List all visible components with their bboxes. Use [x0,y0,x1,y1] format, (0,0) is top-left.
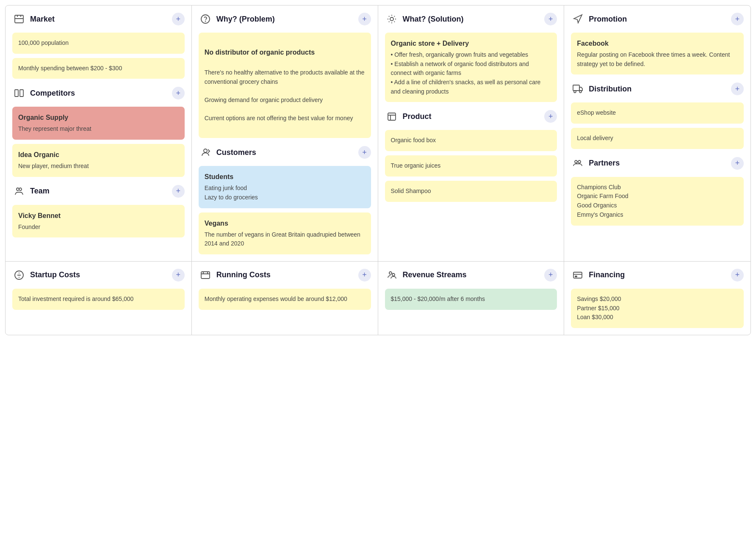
organic-supply-title: Organic Supply [18,113,179,123]
svg-rect-0 [15,15,23,23]
promotion-header: Promotion + [571,12,744,26]
svg-rect-10 [573,85,579,91]
svg-point-16 [389,272,392,274]
delivery-text: Local delivery [577,135,613,141]
svg-point-17 [392,273,395,276]
why-add-button[interactable]: + [358,13,371,25]
students-title: Students [205,172,365,182]
team-add-button[interactable]: + [172,185,185,198]
running-costs-text: Monthly operating expenses would be arou… [205,295,347,302]
customers-title: Customers [216,148,256,157]
idea-organic-title: Idea Organic [18,150,179,160]
startup-costs-title: Startup Costs [30,270,80,279]
bottom-section: Startup Costs + Total investment require… [6,262,750,335]
facebook-title: Facebook [577,39,738,49]
financing-card: Savings $20,000Partner $15,000Loan $30,0… [571,289,744,328]
startup-costs-card: Total investment required is around $65,… [12,289,185,310]
solution-card: Organic store + Delivery • Offer fresh, … [385,33,557,102]
why-title: Why? (Problem) [216,15,275,24]
why-icon [199,12,212,26]
running-costs-title: Running Costs [216,270,271,279]
business-canvas-board: Market + 100,000 population Monthly spen… [5,5,751,335]
column-financing: Financing + Savings $20,000Partner $15,0… [564,262,750,335]
market-add-button[interactable]: + [172,13,185,25]
vicky-role: Founder [18,223,179,232]
revenue-streams-text: $15,000 - $20,000/m after 6 months [391,295,485,302]
eshop-text: eShop website [577,109,616,116]
svg-point-6 [205,21,205,22]
svg-rect-9 [388,113,396,120]
financing-text: Savings $20,000Partner $15,000Loan $30,0… [577,295,738,322]
column-promotion: Promotion + Facebook Regular posting on … [564,6,750,261]
svg-point-14 [578,160,581,163]
distribution-delivery: Local delivery [571,128,744,149]
market-card-population: 100,000 population [12,33,185,54]
solution-text: • Offer fresh, organically grown fruits … [391,50,551,96]
product-add-button[interactable]: + [544,110,557,123]
revenue-streams-card: $15,000 - $20,000/m after 6 months [385,289,557,310]
customer-vegans: Vegans The number of vegans in Great Bri… [199,212,371,254]
partners-header: Partners + [571,157,744,170]
shampoo-text: Solid Shampoo [391,188,431,194]
market-population-text: 100,000 population [18,39,69,46]
why-problem-text: There's no healthy alternative to the pr… [205,68,365,123]
svg-rect-19 [575,276,577,277]
partners-text: Champions ClubOrganic Farm FoodGood Orga… [577,183,738,220]
financing-add-button[interactable]: + [731,269,744,281]
svg-point-4 [19,188,22,190]
partners-title: Partners [589,159,620,168]
revenue-streams-add-button[interactable]: + [544,269,557,281]
distribution-add-button[interactable]: + [731,83,744,95]
partners-add-button[interactable]: + [731,157,744,170]
product-juices: True organic juices [385,155,557,177]
students-text: Eating junk foodLazy to do groceries [205,184,365,202]
financing-title: Financing [589,270,625,279]
customers-add-button[interactable]: + [358,146,371,159]
svg-rect-18 [573,272,582,278]
column-running-costs: Running Costs + Monthly operating expens… [192,262,378,335]
market-spending-text: Monthly spending between $200 - $300 [18,65,122,72]
food-box-text: Organic food box [391,137,436,143]
column-revenue-streams: Revenue Streams + $15,000 - $20,000/m af… [378,262,565,335]
startup-costs-add-button[interactable]: + [172,269,185,281]
why-problem-card: No distributor of organic products There… [199,33,371,138]
what-header: What? (Solution) + [385,12,557,26]
vegans-title: Vegans [205,218,365,229]
top-section: Market + 100,000 population Monthly spen… [6,6,750,262]
distribution-header: Distribution + [571,82,744,96]
distribution-icon [571,82,584,96]
what-add-button[interactable]: + [544,13,557,25]
why-problem-title: No distributor of organic products [205,47,365,58]
startup-costs-text: Total investment required is around $65,… [18,295,133,302]
running-costs-header: Running Costs + [199,268,371,282]
distribution-eshop: eShop website [571,102,744,124]
svg-point-13 [575,160,577,163]
column-what: What? (Solution) + Organic store + Deliv… [378,6,565,261]
revenue-streams-icon [385,268,399,282]
distribution-title: Distribution [589,85,631,94]
team-header: Team + [12,185,185,198]
promotion-add-button[interactable]: + [731,13,744,25]
customers-header: Customers + [199,146,371,159]
competitor-idea-organic: Idea Organic New player, medium threat [12,144,185,177]
customer-students: Students Eating junk foodLazy to do groc… [199,166,371,208]
vicky-name: Vicky Bennet [18,211,179,221]
customers-icon [199,146,212,159]
team-icon [12,185,26,198]
promotion-icon [571,12,584,26]
svg-point-5 [201,15,210,23]
product-title: Product [403,112,432,121]
svg-point-8 [390,17,393,21]
team-vicky: Vicky Bennet Founder [12,205,185,238]
column-why: Why? (Problem) + No distributor of organ… [192,6,378,261]
revenue-streams-header: Revenue Streams + [385,268,557,282]
why-header: Why? (Problem) + [199,12,371,26]
competitors-title: Competitors [30,89,75,98]
organic-supply-text: They represent major threat [18,124,179,134]
market-card-spending: Monthly spending between $200 - $300 [12,58,185,79]
facebook-text: Regular posting on Facebook three times … [577,50,738,69]
team-title: Team [30,187,50,196]
competitors-add-button[interactable]: + [172,87,185,99]
running-costs-add-button[interactable]: + [358,269,371,281]
solution-title: Organic store + Delivery [391,39,551,49]
